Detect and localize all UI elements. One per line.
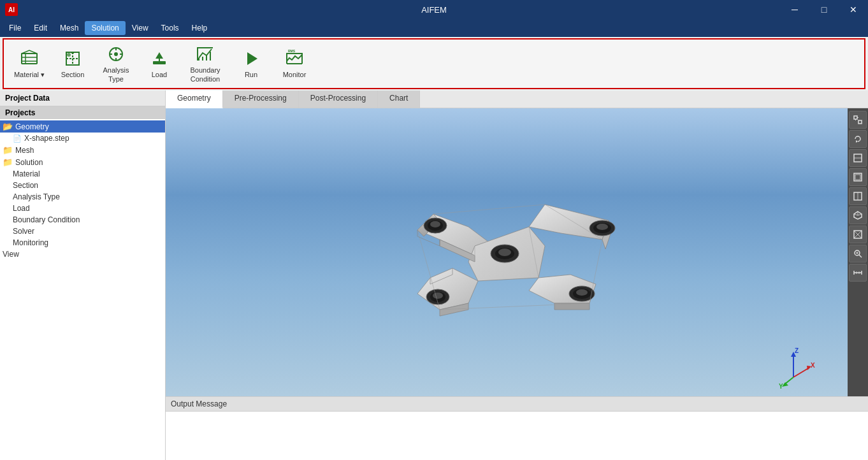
monitor-icon: RMS — [284, 48, 305, 69]
svg-line-74 — [854, 214, 858, 215]
section-label: Section — [61, 71, 85, 79]
tree-item-view[interactable]: View — [0, 248, 165, 260]
measure-button[interactable] — [849, 264, 867, 282]
side-view-button[interactable] — [849, 168, 867, 186]
svg-marker-27 — [417, 268, 478, 310]
boundary-condition-icon — [195, 44, 215, 64]
iso-view-button[interactable] — [849, 206, 867, 224]
run-icon — [241, 48, 261, 69]
analysis-type-icon — [106, 44, 126, 64]
wireframe-button[interactable] — [849, 226, 867, 243]
svg-rect-62 — [858, 120, 862, 124]
toolbar-run-button[interactable]: Run — [231, 42, 271, 85]
app-icon: AI — [5, 3, 18, 16]
menu-file[interactable]: File — [3, 21, 27, 35]
output-area: Output Message — [166, 396, 868, 460]
main-layout: Project Data Projects 📂 Geometry 📄 X-sha… — [0, 90, 868, 460]
load-icon — [149, 48, 170, 69]
load-tree-label: Load — [13, 204, 30, 213]
menu-help[interactable]: Help — [185, 21, 214, 35]
toolbar-analysis-type-button[interactable]: AnalysisType — [96, 42, 136, 85]
viewport-3d[interactable]: Z X Y — [166, 108, 848, 396]
toolbar-monitor-button[interactable]: RMS Monitor — [274, 42, 315, 85]
menu-edit[interactable]: Edit — [27, 21, 54, 35]
tree-item-analysis-type[interactable]: Analysis Type — [0, 191, 165, 203]
tree-item-boundary-condition[interactable]: Boundary Condition — [0, 214, 165, 226]
tab-chart[interactable]: Chart — [378, 90, 420, 108]
front-view-button[interactable] — [849, 149, 867, 167]
tree-item-load[interactable]: Load — [0, 203, 165, 214]
menu-tools[interactable]: Tools — [155, 21, 185, 35]
xshape-label: X-shape.step — [24, 134, 69, 143]
viewport-container: Z X Y — [166, 108, 868, 396]
solution-label: Solution — [15, 158, 43, 167]
svg-marker-34 — [554, 303, 590, 310]
tree-item-section[interactable]: Section — [0, 180, 165, 191]
tab-pre-processing[interactable]: Pre-Processing — [223, 90, 299, 108]
menu-view[interactable]: View — [126, 21, 155, 35]
svg-point-10 — [114, 52, 118, 56]
toolbar-material-button[interactable]: Material ▾ — [9, 42, 50, 85]
fit-view-button[interactable] — [849, 111, 867, 129]
file-icon: 📄 — [13, 134, 22, 143]
minimize-button[interactable]: ─ — [780, 0, 809, 19]
svg-line-80 — [859, 255, 862, 257]
svg-point-37 — [430, 221, 440, 227]
close-button[interactable]: ✕ — [839, 0, 868, 19]
project-data-header: Project Data — [0, 90, 165, 106]
material-tree-label: Material — [13, 169, 40, 178]
tab-post-processing[interactable]: Post-Processing — [299, 90, 378, 108]
toolbar-boundary-condition-button[interactable]: BoundaryCondition — [182, 42, 228, 85]
svg-text:Y: Y — [779, 383, 783, 390]
content-area: Geometry Pre-Processing Post-Processing … — [166, 90, 868, 460]
menu-bar: File Edit Mesh Solution View Tools Help — [0, 19, 868, 37]
tree-item-monitoring[interactable]: Monitoring — [0, 237, 165, 248]
svg-text:X: X — [811, 362, 815, 369]
menu-solution[interactable]: Solution — [85, 21, 125, 35]
tree-item-solver[interactable]: Solver — [0, 226, 165, 237]
projects-label: Projects — [0, 106, 165, 119]
boundary-condition-label: BoundaryCondition — [190, 66, 220, 83]
mesh-label: Mesh — [15, 146, 34, 155]
folder-mesh-icon: 📁 — [3, 145, 13, 155]
view-tree-label: View — [3, 250, 19, 259]
svg-rect-8 — [71, 52, 74, 54]
top-view-button[interactable] — [849, 187, 867, 205]
svg-rect-61 — [854, 116, 857, 119]
app-title: AIFEM — [421, 5, 447, 15]
svg-point-49 — [498, 248, 511, 256]
maximize-button[interactable]: □ — [809, 0, 839, 19]
svg-line-75 — [858, 214, 862, 215]
sidebar: Project Data Projects 📂 Geometry 📄 X-sha… — [0, 90, 166, 460]
tree-item-xshape[interactable]: 📄 X-shape.step — [0, 133, 165, 144]
svg-marker-22 — [247, 52, 257, 65]
tree-item-solution[interactable]: 📁 Solution — [0, 156, 165, 168]
output-content[interactable] — [166, 412, 868, 460]
menu-mesh[interactable]: Mesh — [54, 21, 85, 35]
rotate-button[interactable] — [849, 130, 867, 148]
svg-point-40 — [597, 224, 608, 230]
monitor-label: Monitor — [283, 71, 307, 79]
toolbar: Material ▾ Section Analys — [3, 38, 865, 89]
svg-marker-65 — [856, 140, 858, 143]
svg-point-7 — [67, 53, 71, 57]
title-bar-controls: ─ □ ✕ — [780, 0, 868, 19]
tab-geometry[interactable]: Geometry — [166, 90, 223, 108]
toolbar-load-button[interactable]: Load — [139, 42, 180, 85]
section-tree-label: Section — [13, 181, 38, 190]
folder-solution-icon: 📁 — [3, 157, 13, 167]
tree-item-material[interactable]: Material — [0, 168, 165, 180]
tree-item-mesh[interactable]: 📁 Mesh — [0, 144, 165, 156]
model-container — [341, 157, 672, 348]
right-toolbar — [848, 108, 868, 396]
svg-rect-69 — [855, 175, 860, 180]
tree-item-geometry[interactable]: 📂 Geometry — [0, 120, 165, 133]
geometry-label: Geometry — [15, 122, 49, 131]
svg-point-46 — [576, 289, 588, 296]
toolbar-section-button[interactable]: Section — [52, 42, 93, 85]
load-label: Load — [152, 71, 167, 79]
material-label: Material ▾ — [14, 71, 45, 79]
model-svg — [341, 157, 672, 348]
zoom-fit-button[interactable] — [849, 245, 867, 262]
run-label: Run — [245, 71, 257, 79]
